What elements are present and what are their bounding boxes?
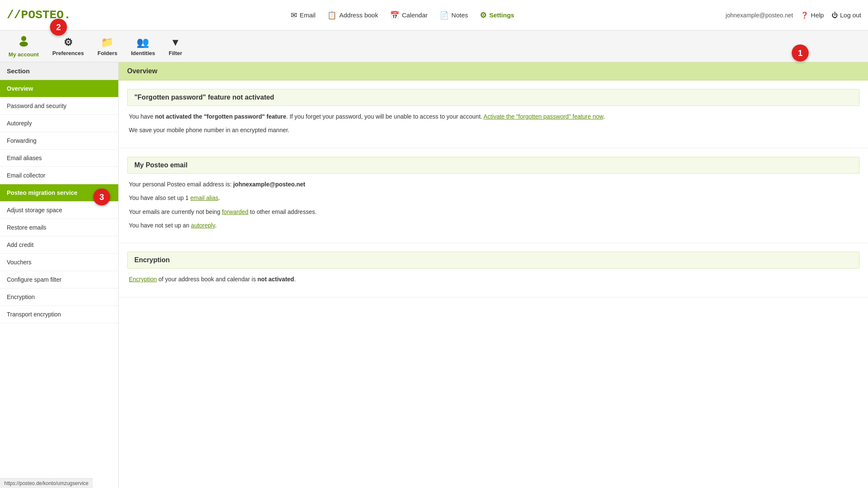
identities-icon: 👥 xyxy=(136,36,149,48)
posteo-email-p4: You have not set up an autoreply. xyxy=(129,221,858,230)
nav-help[interactable]: ❓ Help xyxy=(801,11,824,19)
forgotten-password-p1: You have not activated the "forgotten pa… xyxy=(129,112,858,121)
nav-logout[interactable]: ⏻ Log out xyxy=(832,11,861,19)
top-bar-right: johnexample@posteo.net ❓ Help ⏻ Log out xyxy=(726,11,861,19)
sidebar-item-configure-spam[interactable]: Configure spam filter xyxy=(0,271,118,288)
folders-icon: 📁 xyxy=(101,36,114,48)
svg-point-0 xyxy=(21,36,26,41)
filter-icon: ▼ xyxy=(170,36,181,48)
help-icon: ❓ xyxy=(801,11,809,19)
my-posteo-email-body: Your personal Posteo email address is: j… xyxy=(127,180,860,230)
subnav-filter[interactable]: ▼ Filter xyxy=(169,36,182,56)
annotation-1: 1 xyxy=(792,44,809,61)
sidebar-item-restore-emails[interactable]: Restore emails xyxy=(0,219,118,236)
email-icon: ✉ xyxy=(291,11,297,20)
subnav-folders[interactable]: 📁 Folders xyxy=(97,36,117,56)
status-bar: https://posteo.de/konto/umzugservice xyxy=(0,478,93,488)
logo-area: //POSTEO. xyxy=(7,8,79,22)
encryption-section: Encryption Encryption of your address bo… xyxy=(119,243,868,297)
content-header: Overview xyxy=(119,62,868,80)
nav-calendar[interactable]: 📅 Calendar xyxy=(390,11,428,20)
forgotten-password-body: You have not activated the "forgotten pa… xyxy=(127,112,860,135)
sidebar-item-email-collector[interactable]: Email collector xyxy=(0,167,118,184)
sidebar: Section Overview Password and security A… xyxy=(0,62,119,488)
top-bar: //POSTEO. ✉ Email 📋 Address book 📅 Calen… xyxy=(0,0,868,30)
annotation-2: 2 xyxy=(50,19,67,36)
sidebar-item-transport-encryption[interactable]: Transport encryption xyxy=(0,306,118,323)
encryption-p1: Encryption of your address book and cale… xyxy=(129,274,858,284)
posteo-email-p1: Your personal Posteo email address is: j… xyxy=(129,180,858,189)
subnav-identities[interactable]: 👥 Identities xyxy=(131,36,155,56)
svg-point-1 xyxy=(19,42,28,47)
sub-nav: My account ⚙ Preferences 📁 Folders 👥 Ide… xyxy=(0,30,868,62)
myaccount-icon xyxy=(18,35,30,50)
content-area: Overview "Forgotten password" feature no… xyxy=(119,62,868,488)
nav-addressbook[interactable]: 📋 Address book xyxy=(327,11,378,20)
preferences-icon: ⚙ xyxy=(64,36,73,48)
sidebar-item-vouchers[interactable]: Vouchers xyxy=(0,254,118,271)
autoreply-link[interactable]: autoreply xyxy=(191,222,215,229)
forgotten-password-title: "Forgotten password" feature not activat… xyxy=(127,89,860,106)
nav-notes[interactable]: 📄 Notes xyxy=(440,11,468,20)
my-posteo-email-section: My Posteo email Your personal Posteo ema… xyxy=(119,148,868,244)
user-email: johnexample@posteo.net xyxy=(726,12,793,19)
sidebar-item-overview[interactable]: Overview xyxy=(0,80,118,97)
sidebar-item-autoreply[interactable]: Autoreply xyxy=(0,115,118,132)
activate-forgotten-password-link[interactable]: Activate the "forgotten password" featur… xyxy=(484,113,603,120)
notes-icon: 📄 xyxy=(440,11,449,20)
top-nav: ✉ Email 📋 Address book 📅 Calendar 📄 Note… xyxy=(79,11,726,20)
forgotten-password-p2: We save your mobile phone number in an e… xyxy=(129,125,858,135)
sidebar-item-password-security[interactable]: Password and security xyxy=(0,97,118,115)
addressbook-icon: 📋 xyxy=(327,11,337,20)
sidebar-item-forwarding[interactable]: Forwarding xyxy=(0,132,118,150)
sidebar-item-add-credit[interactable]: Add credit xyxy=(0,236,118,254)
main-layout: Section Overview Password and security A… xyxy=(0,62,868,488)
email-alias-link[interactable]: email alias xyxy=(190,194,218,201)
subnav-preferences[interactable]: ⚙ Preferences xyxy=(53,36,84,56)
annotation-3: 3 xyxy=(93,189,110,205)
nav-email[interactable]: ✉ Email xyxy=(291,11,316,20)
subnav-myaccount[interactable]: My account xyxy=(8,35,39,58)
calendar-icon: 📅 xyxy=(390,11,399,20)
nav-settings[interactable]: ⚙ Settings xyxy=(480,11,514,20)
sidebar-item-encryption[interactable]: Encryption xyxy=(0,288,118,306)
posteo-email-p3: Your emails are currently not being forw… xyxy=(129,207,858,216)
my-posteo-email-title: My Posteo email xyxy=(127,157,860,174)
encryption-body: Encryption of your address book and cale… xyxy=(127,274,860,284)
sidebar-item-email-aliases[interactable]: Email aliases xyxy=(0,150,118,167)
posteo-email-p2: You have also set up 1 email alias. xyxy=(129,193,858,202)
sidebar-section-header: Section xyxy=(0,62,118,80)
encryption-title: Encryption xyxy=(127,252,860,269)
logout-icon: ⏻ xyxy=(832,11,838,19)
forwarded-link[interactable]: forwarded xyxy=(222,208,248,215)
settings-icon: ⚙ xyxy=(480,11,487,20)
forgotten-password-section: "Forgotten password" feature not activat… xyxy=(119,80,868,148)
encryption-link[interactable]: Encryption xyxy=(129,276,157,283)
